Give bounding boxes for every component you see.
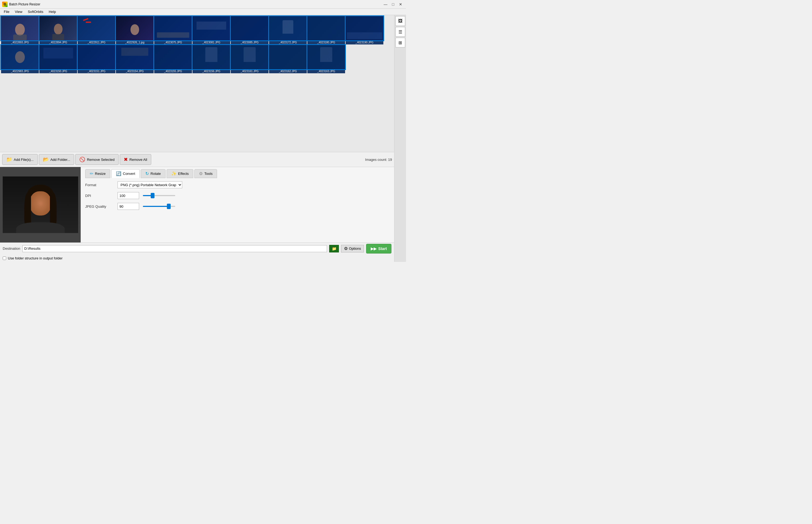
- list-item[interactable]: _4023151.JPG: [78, 45, 115, 73]
- thumbnail-image[interactable]: [1, 45, 39, 69]
- menu-softorbits[interactable]: SoftOrbits: [25, 9, 46, 14]
- add-files-label: Add File(s)...: [14, 158, 34, 162]
- view-list-button[interactable]: ☰: [396, 27, 405, 37]
- thumbnail-image[interactable]: [78, 45, 115, 69]
- folder-structure-label: Use folder structure in output folder: [8, 256, 63, 260]
- remove-selected-button[interactable]: 🚫 Remove Selected: [75, 154, 118, 165]
- app-title: Batch Picture Resizer: [9, 2, 382, 6]
- view-thumbnails-button[interactable]: 🖼: [396, 16, 405, 26]
- browse-button[interactable]: 📁: [329, 245, 339, 252]
- settings-panel: ✏ Resize 🔄 Convert ↻ Rotate ✨ Effects: [81, 167, 394, 243]
- dpi-slider-track[interactable]: [143, 195, 175, 196]
- add-folder-button[interactable]: 📂 Add Folder...: [39, 154, 75, 165]
- jpeg-slider-thumb[interactable]: [167, 204, 171, 209]
- tools-icon: ⚙: [199, 171, 203, 176]
- thumbnail-image[interactable]: [346, 16, 383, 40]
- list-item[interactable]: _4023085.JPG: [231, 16, 269, 45]
- start-icon: ▶▶: [371, 246, 377, 251]
- start-button[interactable]: ▶▶ Start: [366, 244, 392, 253]
- jpeg-quality-input[interactable]: [117, 203, 139, 210]
- list-item[interactable]: _4023161.JPG: [231, 45, 269, 73]
- preview-area: [0, 167, 81, 243]
- thumbnail-label: _4023150.JPG: [39, 69, 77, 73]
- list-item[interactable]: _4023081.JPG: [192, 16, 230, 45]
- options-button[interactable]: ⚙ Options: [341, 245, 364, 252]
- list-item[interactable]: _4023154.JPG: [116, 45, 154, 73]
- dpi-slider-thumb[interactable]: [151, 193, 155, 198]
- maximize-button[interactable]: □: [390, 1, 396, 7]
- remove-selected-label: Remove Selected: [87, 158, 115, 162]
- tabs-bar: ✏ Resize 🔄 Convert ↻ Rotate ✨ Effects: [85, 169, 390, 178]
- thumbnail-image[interactable]: [231, 16, 269, 40]
- list-item[interactable]: _4023156.JPG: [192, 45, 230, 73]
- destination-input[interactable]: [22, 245, 327, 252]
- tab-tools[interactable]: ⚙ Tools: [194, 169, 217, 178]
- window-controls: — □ ✕: [382, 1, 404, 7]
- main-container: _4022893.JPG _4022894.JPG: [0, 15, 406, 262]
- list-item[interactable]: _4023180.JPG: [307, 16, 345, 45]
- thumbnail-image[interactable]: [116, 45, 154, 69]
- jpeg-slider-track[interactable]: [143, 206, 175, 207]
- menu-help[interactable]: Help: [46, 9, 59, 14]
- tab-effects[interactable]: ✨ Effects: [166, 169, 194, 178]
- thumbnail-image[interactable]: [192, 16, 230, 40]
- menu-bar: File View SoftOrbits Help: [0, 9, 406, 15]
- list-item[interactable]: _4023172.JPG: [269, 16, 307, 45]
- thumbnail-label: _4023151.JPG: [78, 69, 115, 73]
- minimize-button[interactable]: —: [382, 1, 389, 7]
- list-item[interactable]: _4023163.JPG: [307, 45, 345, 73]
- remove-all-button[interactable]: ✖ Remove All: [120, 154, 151, 165]
- thumbnail-image[interactable]: [269, 16, 307, 40]
- thumbnails-grid[interactable]: _4022893.JPG _4022894.JPG: [0, 15, 394, 152]
- menu-view[interactable]: View: [12, 9, 25, 14]
- list-item[interactable]: _4022894.JPG: [39, 16, 77, 45]
- add-folder-label: Add Folder...: [50, 158, 70, 162]
- dpi-input[interactable]: [117, 192, 139, 199]
- tab-rotate[interactable]: ↻ Rotate: [141, 169, 165, 178]
- checkbox-row: Use folder structure in output folder: [0, 254, 394, 262]
- bottom-panel: ✏ Resize 🔄 Convert ↻ Rotate ✨ Effects: [0, 167, 394, 243]
- tab-effects-label: Effects: [178, 171, 189, 176]
- list-item[interactable]: _4023150.JPG: [39, 45, 77, 73]
- list-item[interactable]: _4022893.JPG: [1, 16, 39, 45]
- list-item[interactable]: _4023075.JPG: [154, 16, 192, 45]
- thumbnail-label: _4023155.JPG: [154, 69, 192, 73]
- thumbnail-image[interactable]: [39, 16, 77, 40]
- list-item[interactable]: _4022983.JPG: [1, 45, 39, 73]
- thumbnail-image[interactable]: [116, 16, 154, 40]
- dpi-row: DPI: [85, 192, 390, 199]
- thumbnail-label: _4022893.JPG: [1, 40, 39, 45]
- side-toolbar: 🖼 ☰ ⊞: [394, 15, 406, 262]
- format-row: Format PNG (*.png) Portable Network Grap…: [85, 181, 390, 188]
- tab-convert[interactable]: 🔄 Convert: [111, 169, 140, 178]
- add-files-button[interactable]: 📁 Add File(s)...: [2, 154, 38, 165]
- add-folder-icon: 📂: [43, 157, 49, 162]
- list-item[interactable]: _4022926_1.jpg: [116, 16, 154, 45]
- gallery-area: _4022893.JPG _4022894.JPG: [0, 15, 394, 262]
- tab-resize-label: Resize: [95, 171, 106, 176]
- destination-bar: Destination 📁 ⚙ Options ▶▶ Start: [0, 243, 394, 254]
- thumbnail-image[interactable]: [78, 16, 115, 40]
- close-button[interactable]: ✕: [397, 1, 404, 7]
- thumbnail-image[interactable]: [192, 45, 230, 69]
- jpeg-slider-fill: [143, 206, 169, 207]
- view-grid-button[interactable]: ⊞: [396, 38, 405, 47]
- list-item[interactable]: _4023162.JPG: [269, 45, 307, 73]
- list-item[interactable]: _4023190.JPG: [346, 16, 383, 45]
- thumbnail-image[interactable]: [269, 45, 307, 69]
- svg-point-0: [15, 24, 25, 36]
- thumbnail-image[interactable]: [154, 16, 192, 40]
- thumbnail-image[interactable]: [307, 45, 345, 69]
- list-item[interactable]: _4023155.JPG: [154, 45, 192, 73]
- menu-file[interactable]: File: [1, 9, 12, 14]
- tab-resize[interactable]: ✏ Resize: [85, 169, 110, 178]
- thumbnail-image[interactable]: [231, 45, 269, 69]
- thumbnail-image[interactable]: [154, 45, 192, 69]
- thumbnail-image[interactable]: [307, 16, 345, 40]
- format-select[interactable]: PNG (*.png) Portable Network Graph: [117, 181, 182, 188]
- folder-structure-checkbox[interactable]: [3, 257, 6, 260]
- jpeg-quality-label: JPEG Quality: [85, 204, 115, 209]
- thumbnail-image[interactable]: [1, 16, 39, 40]
- thumbnail-image[interactable]: [39, 45, 77, 69]
- list-item[interactable]: _4022911.JPG: [78, 16, 115, 45]
